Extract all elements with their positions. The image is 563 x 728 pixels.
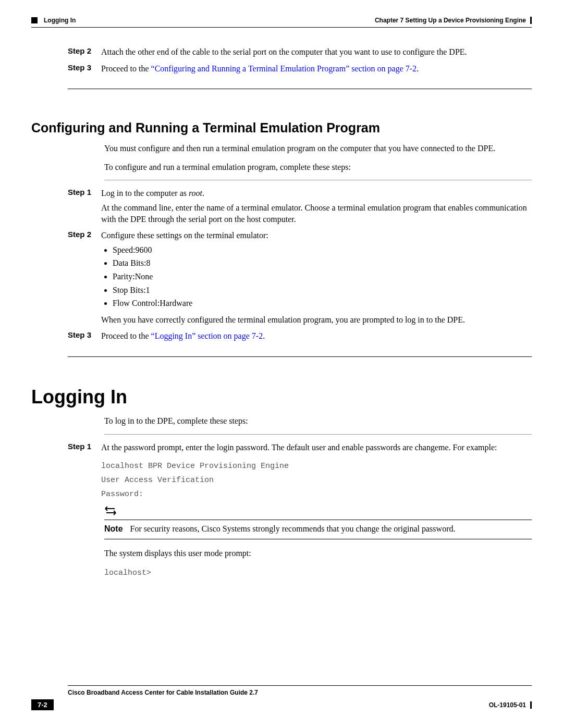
- header-square-icon: [31, 17, 38, 23]
- list-item: Parity:None: [113, 270, 532, 283]
- text: Log in to the computer as: [101, 189, 189, 198]
- list-item: Speed:9600: [113, 243, 532, 257]
- paragraph: The system displays this user mode promp…: [31, 548, 532, 559]
- step-1-login: Step 1 At the password prompt, enter the…: [31, 442, 532, 502]
- header-chapter: Chapter 7 Setting Up a Device Provisioni…: [375, 17, 526, 24]
- text: Configure these settings on the terminal…: [101, 230, 532, 241]
- section-heading-logging-in: Logging In: [31, 386, 532, 408]
- page-footer: Cisco Broadband Access Center for Cable …: [31, 685, 532, 710]
- xref-link[interactable]: “Logging In” section on page 7-2: [151, 331, 263, 340]
- header-rule: [31, 27, 532, 28]
- text: .: [202, 189, 204, 198]
- code-line: localhost BPR Device Provisioning Engine: [101, 459, 532, 473]
- step-end-rule: [68, 356, 532, 357]
- step-1-config: Step 1 Log in to the computer as root. A…: [31, 188, 532, 225]
- step-body: At the password prompt, enter the login …: [101, 442, 532, 502]
- xref-link[interactable]: “Configuring and Running a Terminal Emul…: [151, 64, 417, 73]
- step-body: Proceed to the “Logging In” section on p…: [101, 330, 532, 342]
- step-label: Step 1: [68, 188, 101, 196]
- step-3-top: Step 3 Proceed to the “Configuring and R…: [31, 63, 532, 75]
- paragraph: You must configure and then run a termin…: [31, 143, 532, 154]
- footer-guide-title: Cisco Broadband Access Center for Cable …: [68, 689, 532, 696]
- step-label: Step 2: [68, 230, 101, 239]
- doc-id: OL-19105-01: [489, 701, 526, 709]
- step-end-rule: [68, 89, 532, 89]
- step-body: Log in to the computer as root. At the c…: [101, 188, 532, 225]
- paragraph: At the password prompt, enter the login …: [101, 442, 532, 453]
- page-header: Logging In Chapter 7 Setting Up a Device…: [31, 17, 532, 24]
- code-line: localhost>: [31, 566, 532, 580]
- list-item: Flow Control:Hardware: [113, 297, 532, 310]
- note-top-rule: [104, 520, 532, 520]
- step-label: Step 3: [68, 63, 101, 72]
- text: .: [263, 331, 265, 340]
- text: .: [417, 64, 419, 73]
- header-section: Logging In: [44, 17, 76, 24]
- note-icon: [104, 507, 532, 519]
- paragraph: To log in to the DPE, complete these ste…: [31, 415, 532, 427]
- list-item: Stop Bits:1: [113, 283, 532, 297]
- paragraph: When you have correctly configured the t…: [101, 314, 532, 326]
- code-line: Password:: [101, 487, 532, 501]
- note-text: For security reasons, Cisco Systems stro…: [130, 523, 456, 535]
- list-item: Data Bits:8: [113, 256, 532, 270]
- step-label: Step 1: [68, 442, 101, 451]
- text: Proceed to the: [101, 331, 151, 340]
- step-label: Step 3: [68, 330, 101, 339]
- note-label: Note: [104, 523, 123, 535]
- section-heading-configuring: Configuring and Running a Terminal Emula…: [31, 120, 532, 135]
- step-body: Proceed to the “Configuring and Running …: [101, 63, 532, 75]
- step-begin-rule: [104, 434, 532, 435]
- paragraph: At the command line, enter the name of a…: [101, 202, 532, 225]
- step-2-top: Step 2 Attach the other end of the cable…: [31, 46, 532, 58]
- italic-term: root: [189, 189, 202, 198]
- step-label: Step 2: [68, 46, 101, 55]
- note-bottom-rule: [104, 539, 532, 539]
- text: Proceed to the: [101, 64, 151, 73]
- page-number-badge: 7-2: [31, 699, 54, 710]
- settings-list: Speed:9600 Data Bits:8 Parity:None Stop …: [101, 243, 532, 310]
- step-body: Attach the other end of the cable to the…: [101, 46, 532, 58]
- step-2-config: Step 2 Configure these settings on the t…: [31, 230, 532, 325]
- footer-rule: [68, 685, 532, 686]
- header-pipe-icon: [530, 17, 532, 24]
- step-begin-rule: [104, 180, 532, 180]
- footer-pipe-icon: [530, 701, 532, 709]
- step-body: Configure these settings on the terminal…: [101, 230, 532, 325]
- step-3-config: Step 3 Proceed to the “Logging In” secti…: [31, 330, 532, 342]
- paragraph: To configure and run a terminal emulatio…: [31, 162, 532, 173]
- note-block: Note For security reasons, Cisco Systems…: [104, 507, 532, 539]
- code-line: User Access Verification: [101, 473, 532, 487]
